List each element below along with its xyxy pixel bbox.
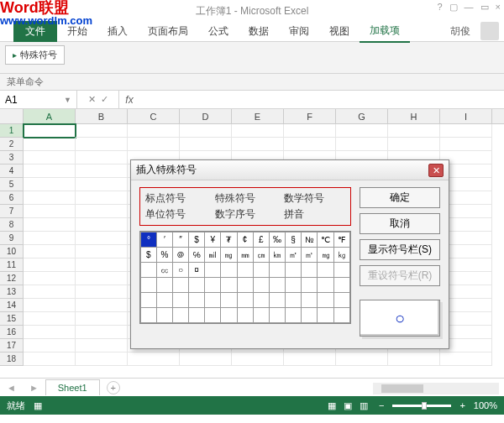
- cell[interactable]: [284, 138, 336, 151]
- symbol-cell[interactable]: ㎡: [286, 248, 302, 263]
- cell[interactable]: [76, 164, 128, 178]
- sheet-nav-prev-icon[interactable]: ◄: [0, 383, 23, 393]
- symbol-cell[interactable]: [141, 278, 157, 293]
- cancel-formula-icon[interactable]: ✕: [88, 94, 96, 105]
- tab-layout[interactable]: 页面布局: [138, 21, 198, 42]
- symbol-cell[interactable]: [205, 308, 221, 323]
- cell[interactable]: [24, 312, 76, 326]
- cell[interactable]: [76, 218, 128, 232]
- symbol-cell[interactable]: ㏄: [156, 263, 172, 278]
- cell[interactable]: [24, 205, 76, 218]
- ok-button[interactable]: 确定: [360, 187, 440, 208]
- symbol-cell[interactable]: [269, 293, 285, 308]
- add-sheet-button[interactable]: +: [107, 381, 120, 394]
- symbol-cell[interactable]: [333, 263, 349, 278]
- symbol-cell[interactable]: [302, 293, 318, 308]
- symbol-cell[interactable]: %: [156, 248, 172, 263]
- cell[interactable]: [180, 352, 232, 366]
- symbol-cell[interactable]: ′: [156, 232, 172, 248]
- accept-formula-icon[interactable]: ✓: [101, 94, 108, 105]
- cell[interactable]: [76, 258, 128, 272]
- symbol-cell[interactable]: [172, 278, 188, 293]
- symbol-cell[interactable]: ¤: [189, 263, 205, 278]
- minimize-icon[interactable]: —: [465, 2, 474, 13]
- normal-view-icon[interactable]: ▦: [328, 400, 336, 410]
- user-name[interactable]: 胡俊: [450, 24, 470, 39]
- row-header[interactable]: 1: [0, 124, 24, 138]
- col-header[interactable]: E: [232, 109, 284, 123]
- col-header[interactable]: B: [76, 109, 128, 123]
- symbol-cell[interactable]: ″: [172, 232, 188, 248]
- cell[interactable]: [24, 245, 76, 258]
- symbol-cell[interactable]: ㎝: [253, 248, 269, 263]
- cell[interactable]: [388, 138, 440, 151]
- cell[interactable]: [24, 151, 76, 164]
- symbol-cell[interactable]: [189, 278, 205, 293]
- symbol-cell[interactable]: [302, 263, 318, 278]
- col-header[interactable]: I: [440, 109, 492, 123]
- select-all-corner[interactable]: [0, 109, 24, 123]
- tab-formulas[interactable]: 公式: [198, 21, 239, 42]
- symbol-cell[interactable]: [221, 293, 237, 308]
- symbol-cell[interactable]: $: [189, 232, 205, 248]
- cell[interactable]: [440, 138, 492, 151]
- symbol-cell[interactable]: [141, 293, 157, 308]
- symbol-cell[interactable]: №: [302, 232, 318, 248]
- symbol-cell[interactable]: £: [253, 232, 269, 248]
- zoom-in-icon[interactable]: +: [459, 400, 465, 410]
- row-header[interactable]: 5: [0, 178, 24, 191]
- col-header[interactable]: C: [128, 109, 180, 123]
- cell[interactable]: [24, 232, 76, 245]
- col-header[interactable]: F: [284, 109, 336, 123]
- col-header[interactable]: A: [24, 109, 76, 123]
- sheet-tab[interactable]: Sheet1: [45, 379, 100, 395]
- cat-numseq[interactable]: 数字序号: [215, 207, 276, 222]
- cell[interactable]: [232, 352, 284, 366]
- symbol-cell[interactable]: [333, 278, 349, 293]
- special-symbol-button[interactable]: 特殊符号: [5, 45, 65, 65]
- cell[interactable]: [76, 178, 128, 191]
- cell[interactable]: [24, 352, 76, 366]
- row-header[interactable]: 8: [0, 218, 24, 232]
- cell[interactable]: [24, 164, 76, 178]
- cat-math[interactable]: 数学符号: [284, 191, 345, 206]
- symbol-cell[interactable]: [172, 308, 188, 323]
- cell[interactable]: [388, 352, 440, 366]
- cell[interactable]: [24, 285, 76, 299]
- close-icon[interactable]: ×: [496, 2, 501, 13]
- cell[interactable]: [76, 232, 128, 245]
- cell[interactable]: [76, 299, 128, 312]
- tab-view[interactable]: 视图: [319, 21, 360, 42]
- fx-label[interactable]: fx: [119, 91, 139, 108]
- symbol-cell[interactable]: [205, 293, 221, 308]
- cell[interactable]: [128, 352, 180, 366]
- row-header[interactable]: 17: [0, 339, 24, 352]
- symbol-cell[interactable]: [221, 278, 237, 293]
- symbol-cell[interactable]: [253, 308, 269, 323]
- cell[interactable]: [284, 124, 336, 138]
- chevron-down-icon[interactable]: ▼: [64, 96, 71, 104]
- symbol-cell[interactable]: ㎥: [302, 248, 318, 263]
- symbol-cell[interactable]: [141, 263, 157, 278]
- cat-special[interactable]: 特殊符号: [215, 191, 276, 206]
- name-box[interactable]: A1 ▼: [0, 91, 77, 108]
- cell[interactable]: [24, 299, 76, 312]
- cancel-button[interactable]: 取消: [360, 213, 440, 234]
- symbol-cell[interactable]: ℃: [318, 232, 333, 248]
- cell[interactable]: [232, 124, 284, 138]
- row-header[interactable]: 18: [0, 352, 24, 366]
- cell[interactable]: [128, 124, 180, 138]
- cat-punct[interactable]: 标点符号: [145, 191, 207, 206]
- row-header[interactable]: 16: [0, 326, 24, 339]
- cell[interactable]: [24, 124, 76, 138]
- symbol-cell[interactable]: [286, 278, 302, 293]
- cell[interactable]: [440, 352, 492, 366]
- symbol-cell[interactable]: ¥: [205, 232, 221, 248]
- cell[interactable]: [76, 245, 128, 258]
- zoom-level[interactable]: 100%: [474, 400, 497, 410]
- symbol-cell[interactable]: ¢: [237, 232, 253, 248]
- symbol-cell[interactable]: [286, 293, 302, 308]
- symbol-cell[interactable]: [286, 308, 302, 323]
- row-header[interactable]: 3: [0, 151, 24, 164]
- tab-review[interactable]: 审阅: [279, 21, 319, 42]
